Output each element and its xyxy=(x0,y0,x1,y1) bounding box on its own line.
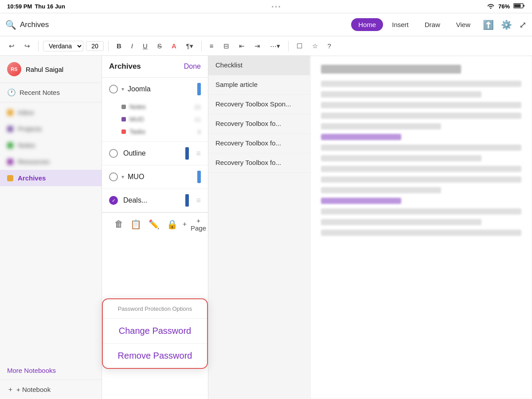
section-joomla-color xyxy=(197,83,201,95)
checkbox-button[interactable]: ☐ xyxy=(293,40,306,52)
share-icon[interactable]: ⬆️ xyxy=(483,20,494,30)
notes-list-panel: Checklist Sample article Recovery Toolbo… xyxy=(208,56,310,399)
archives-panel: Archives Done ▾ Joomla Notes 22 MUO xyxy=(102,56,208,399)
paragraph-format-button[interactable]: ¶▾ xyxy=(183,40,197,52)
tab-home[interactable]: Home xyxy=(351,18,383,31)
section-muo-color xyxy=(197,171,201,183)
note-item-recovery1[interactable]: Recovery Toolbox Spon... xyxy=(208,95,310,114)
highlight-button[interactable]: A xyxy=(168,40,180,51)
note-title-recovery3: Recovery Toolbox fo... xyxy=(215,139,303,147)
search-label: Archives xyxy=(20,20,49,29)
section-outline-drag: ≡ xyxy=(196,149,201,158)
settings-icon[interactable]: ⚙️ xyxy=(501,20,512,30)
content-line-1 xyxy=(321,81,521,87)
sidebar-item-resources[interactable]: Resources xyxy=(0,153,102,170)
toolbar-left: 🔍 Archives xyxy=(5,20,346,30)
password-card: Password Protection Options Change Passw… xyxy=(102,298,208,369)
main-layout: RS Rahul Saigal 🕐 Recent Notes Inbox Pro… xyxy=(0,56,532,399)
wifi-icon xyxy=(487,3,495,10)
underline-button[interactable]: U xyxy=(139,40,151,51)
increase-indent-button[interactable]: ⇥ xyxy=(251,40,264,52)
bullet-list-button[interactable]: ≡ xyxy=(206,40,217,51)
delete-button[interactable]: 🗑 xyxy=(111,215,127,233)
format-bar: ↩ ↪ Verdana B I U S A ¶▾ ≡ ⊟ ⇤ ⇥ ⋯▾ ☐ ☆ … xyxy=(0,36,532,56)
font-size-input[interactable] xyxy=(86,41,104,51)
undo-button[interactable]: ↩ xyxy=(5,40,18,52)
help-button[interactable]: ? xyxy=(324,40,335,51)
expand-icon[interactable]: ⤢ xyxy=(519,20,527,30)
format-divider-1 xyxy=(38,41,39,51)
edit-button[interactable]: ✏️ xyxy=(145,215,163,233)
sidebar-item-archives[interactable]: Archives xyxy=(0,170,102,186)
add-page-button[interactable]: ＋ + Page xyxy=(181,217,206,232)
notebook-label-resources: Resources xyxy=(18,158,50,165)
section-muo-radio[interactable] xyxy=(109,172,118,181)
tab-draw[interactable]: Draw xyxy=(418,18,447,31)
sidebar-item-projects[interactable]: Projects xyxy=(0,121,102,137)
note-title-recovery2: Recovery Toolbox fo... xyxy=(215,120,303,127)
avatar: RS xyxy=(7,62,21,76)
content-link-2 xyxy=(321,198,401,204)
content-line-4 xyxy=(321,113,521,119)
bold-button[interactable]: B xyxy=(113,40,125,51)
note-item-recovery3[interactable]: Recovery Toolbox fo... xyxy=(208,134,310,153)
change-password-button[interactable]: Change Password xyxy=(103,319,207,344)
section-outline-header[interactable]: Outline ≡ xyxy=(102,142,208,165)
sidebar: RS Rahul Saigal 🕐 Recent Notes Inbox Pro… xyxy=(0,56,102,399)
redo-button[interactable]: ↪ xyxy=(21,40,34,52)
note-item-sample[interactable]: Sample article xyxy=(208,75,310,95)
user-row[interactable]: RS Rahul Saigal xyxy=(0,56,102,83)
done-button[interactable]: Done xyxy=(184,63,201,70)
section-muo-name: MUO xyxy=(128,173,194,181)
sub-dot-muo xyxy=(121,117,126,121)
more-format-button[interactable]: ⋯▾ xyxy=(266,40,284,52)
content-line-6 xyxy=(321,145,521,151)
section-muo: ▾ MUO xyxy=(102,165,208,189)
content-line-5 xyxy=(321,123,441,129)
section-deals-header[interactable]: Deals... ≡ xyxy=(102,189,208,212)
tab-insert[interactable]: Insert xyxy=(385,18,416,31)
section-joomla-header[interactable]: ▾ Joomla xyxy=(102,78,208,101)
note-item-recovery4[interactable]: Recovery Toolbox fo... xyxy=(208,153,310,173)
numbered-list-button[interactable]: ⊟ xyxy=(220,40,233,52)
sidebar-item-notes[interactable]: Notes xyxy=(0,137,102,153)
archive-button[interactable]: 📋 xyxy=(127,215,145,233)
font-family-select[interactable]: Verdana xyxy=(43,41,83,51)
sub-count-tasks: 8 xyxy=(198,129,201,135)
content-area xyxy=(310,56,532,399)
star-button[interactable]: ☆ xyxy=(309,40,321,52)
content-line-2 xyxy=(321,91,481,98)
section-deals-radio[interactable] xyxy=(109,196,118,205)
section-outline-name: Outline xyxy=(123,149,182,157)
battery-icon xyxy=(513,3,525,10)
content-note-title xyxy=(321,65,461,74)
section-joomla: ▾ Joomla Notes 22 MUO 11 Tasks xyxy=(102,78,208,142)
decrease-indent-button[interactable]: ⇤ xyxy=(235,40,248,52)
recent-notes-row[interactable]: 🕐 Recent Notes xyxy=(0,83,102,102)
format-divider-3 xyxy=(201,41,202,51)
more-notebooks-link[interactable]: More Notebooks xyxy=(0,361,102,379)
notebook-list: Inbox Projects Notes Resources Archives xyxy=(0,102,102,361)
note-title-sample: Sample article xyxy=(215,81,303,88)
italic-button[interactable]: I xyxy=(128,40,137,51)
section-muo-header[interactable]: ▾ MUO xyxy=(102,165,208,188)
note-title-checklist: Checklist xyxy=(215,61,303,69)
sidebar-item-inbox[interactable]: Inbox xyxy=(0,104,102,121)
lock-button[interactable]: 🔒 xyxy=(163,215,181,233)
note-item-recovery2[interactable]: Recovery Toolbox fo... xyxy=(208,114,310,134)
tab-view[interactable]: View xyxy=(449,18,477,31)
ellipsis-indicator: • • • xyxy=(272,4,280,10)
note-item-checklist[interactable]: Checklist xyxy=(208,56,310,75)
svg-rect-1 xyxy=(523,5,524,7)
remove-password-button[interactable]: Remove Password xyxy=(103,344,207,368)
content-link-1 xyxy=(321,134,401,140)
section-joomla-radio[interactable] xyxy=(109,85,118,94)
note-title-recovery4: Recovery Toolbox fo... xyxy=(215,159,303,166)
toolbar-tabs: Home Insert Draw View xyxy=(351,18,477,31)
date-display: Thu 16 Jun xyxy=(35,3,65,10)
notebook-dot-notes xyxy=(7,142,13,149)
add-notebook-button[interactable]: ＋ + Notebook xyxy=(0,379,102,399)
search-icon[interactable]: 🔍 xyxy=(5,20,16,30)
strikethrough-button[interactable]: S xyxy=(154,40,165,51)
section-outline-radio[interactable] xyxy=(109,149,118,158)
